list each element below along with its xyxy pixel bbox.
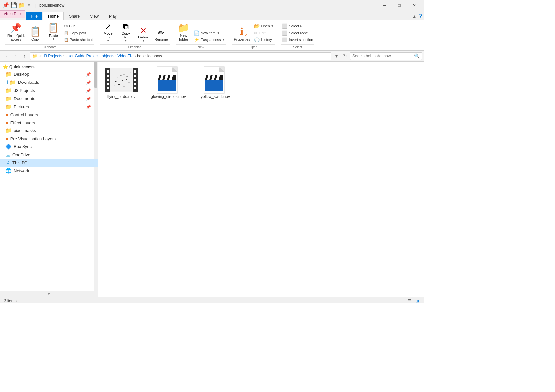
- back-button[interactable]: ‹: [3, 52, 10, 60]
- save-icon[interactable]: 💾: [10, 2, 17, 8]
- yellow-swirl-icon: [204, 65, 227, 95]
- open-button[interactable]: 📂 Open ▼: [253, 23, 275, 29]
- tile-view-button[interactable]: ⊞: [414, 298, 421, 304]
- close-button[interactable]: ✕: [407, 0, 422, 10]
- search-box[interactable]: 🔍: [350, 52, 422, 60]
- view-icons: ☰ ⊞: [406, 298, 421, 304]
- star-icon: ⭐: [3, 64, 8, 69]
- film-hole: [107, 79, 109, 81]
- new-folder-button[interactable]: 📁 Newfolder: [176, 22, 192, 43]
- copy-to-button[interactable]: ⧉ Copyto ▼: [117, 22, 134, 43]
- film-hole: [134, 75, 136, 77]
- tab-share[interactable]: Share: [64, 12, 85, 20]
- move-to-button[interactable]: ↗ Moveto ▼: [100, 22, 116, 43]
- sidebar-section-quick-access[interactable]: ⭐ Quick access: [0, 63, 98, 70]
- tab-video-tools[interactable]: Video Tools: [0, 10, 25, 18]
- downloads-pin-icon: 📌: [86, 80, 91, 85]
- dropdown-button[interactable]: ▾: [332, 52, 340, 60]
- tab-view[interactable]: View: [85, 12, 103, 20]
- tab-home[interactable]: Home: [43, 12, 64, 20]
- invert-selection-button[interactable]: ⬜ Invert selection: [281, 37, 314, 43]
- clipboard-small-btns: ✂ Cut 📋 Copy path 📋 Paste shortcut: [63, 23, 94, 43]
- documents-label: Documents: [14, 96, 35, 101]
- paste-button[interactable]: 📋 Paste ▼: [45, 22, 62, 43]
- sidebar-item-documents[interactable]: 📁 Documents 📌: [0, 95, 98, 103]
- mov-file-svg2: [204, 65, 227, 95]
- sidebar-item-this-pc[interactable]: 🖥 This PC: [0, 159, 98, 167]
- filmstrip-icon: [105, 68, 138, 92]
- ribbon-group-new: 📁 Newfolder 📄 New item ▼ ⚡ Easy access ▼…: [173, 22, 229, 49]
- copy-path-icon: 📋: [64, 31, 69, 35]
- ribbon-group-open: ℹ ✓ Properties 📂 Open ▼ ✏ Edit 🕐 History: [229, 22, 278, 49]
- rename-button[interactable]: ✏ Rename: [152, 22, 170, 43]
- copy-button[interactable]: 📋 Copy: [27, 22, 44, 43]
- refresh-button[interactable]: ↻: [341, 52, 349, 60]
- yellow-swirl-icon-container: [199, 67, 232, 93]
- properties-button[interactable]: ℹ ✓ Properties: [232, 22, 252, 43]
- easy-access-button[interactable]: ⚡ Easy access ▼: [193, 37, 226, 43]
- breadcrumb-userguide[interactable]: User Guide Project: [66, 54, 99, 58]
- breadcrumb-objects[interactable]: objects: [102, 54, 114, 58]
- help-button[interactable]: ?: [419, 13, 422, 19]
- cut-button[interactable]: ✂ Cut: [63, 23, 94, 29]
- sidebar-item-d3projects[interactable]: 📁 d3 Projects 📌: [0, 86, 98, 95]
- breadcrumb-d3projects[interactable]: d3 Projects: [43, 54, 62, 58]
- pin-large-icon: 📌: [10, 23, 22, 33]
- ribbon-collapse-button[interactable]: ▲: [411, 13, 418, 20]
- breadcrumb-folder-icon: 📁: [32, 54, 37, 58]
- minimize-button[interactable]: ─: [377, 0, 392, 10]
- layers-orange-icon: ●: [5, 112, 8, 118]
- search-icon[interactable]: 🔍: [414, 53, 420, 59]
- file-item-flying-birds[interactable]: flying_birds.mov: [102, 66, 141, 100]
- file-item-yellow-swirl[interactable]: yellow_swirl.mov: [196, 66, 235, 100]
- sidebar-item-pictures[interactable]: 📁 Pictures 📌: [0, 103, 98, 111]
- sidebar-item-desktop[interactable]: 📁 Desktop 📌: [0, 70, 98, 78]
- up-button[interactable]: ↑: [21, 52, 29, 60]
- tab-play[interactable]: Play: [104, 12, 121, 20]
- new-folder-label: Newfolder: [179, 33, 188, 42]
- folder-docs-icon: 📁: [5, 96, 12, 102]
- desktop-label: Desktop: [14, 72, 29, 77]
- sidebar-item-pixel-masks[interactable]: 📁 pixel masks: [0, 127, 98, 135]
- breadcrumb-videofile[interactable]: VideoFile: [117, 54, 134, 58]
- pin-to-quick-access-button[interactable]: 📌 Pin to Quickaccess: [5, 22, 27, 43]
- list-view-button[interactable]: ☰: [406, 298, 413, 304]
- select-none-button[interactable]: ⬜ Select none: [281, 30, 314, 36]
- edit-button[interactable]: ✏ Edit: [253, 30, 275, 36]
- new-item-arrow: ▼: [217, 31, 220, 35]
- mov-file-svg: [157, 65, 180, 95]
- delete-button[interactable]: ✕ Delete ▼: [135, 25, 152, 43]
- sidebar-item-downloads[interactable]: ⬇📁 Downloads 📌: [0, 78, 98, 86]
- sidebar-item-control-layers[interactable]: ● Control Layers: [0, 111, 98, 119]
- select-all-button[interactable]: ⬜ Select all: [281, 23, 314, 29]
- breadcrumb-path[interactable]: 📁 « d3 Projects › User Guide Project › o…: [30, 52, 331, 60]
- folder-icon[interactable]: 📁: [18, 2, 25, 8]
- history-button[interactable]: 🕐 History: [253, 37, 275, 43]
- sidebar-item-pre-vis[interactable]: ● Pre Visualisation Layers: [0, 135, 98, 143]
- delete-icon: ✕: [140, 26, 146, 35]
- sidebar-item-box-sync[interactable]: 🔷 Box Sync: [0, 143, 98, 151]
- d3projects-label: d3 Projects: [14, 88, 35, 93]
- tab-file[interactable]: File: [26, 12, 42, 20]
- address-bar-controls: ▾ ↻: [332, 52, 349, 60]
- search-input[interactable]: [352, 54, 414, 58]
- sidebar-item-effect-layers[interactable]: ● Effect Layers: [0, 119, 98, 127]
- forward-button[interactable]: ›: [12, 52, 20, 60]
- maximize-button[interactable]: □: [392, 0, 407, 10]
- rename-label: Rename: [154, 38, 168, 42]
- open-content: ℹ ✓ Properties 📂 Open ▼ ✏ Edit 🕐 History: [232, 22, 275, 44]
- effect-layers-label: Effect Layers: [10, 120, 35, 125]
- copy-path-button[interactable]: 📋 Copy path: [63, 30, 94, 36]
- paste-shortcut-button[interactable]: 📋 Paste shortcut: [63, 37, 94, 43]
- pin-icon[interactable]: 📌: [3, 2, 9, 8]
- title-bar-dropdown-arrow[interactable]: ▼: [27, 3, 31, 7]
- sidebar-item-network[interactable]: 🌐 Network: [0, 167, 98, 175]
- copy-label: Copy: [31, 38, 40, 42]
- film-hole: [107, 87, 109, 89]
- paste-label: Paste: [49, 34, 58, 38]
- sidebar-scroll-down[interactable]: ▼: [0, 291, 98, 297]
- sidebar-item-onedrive[interactable]: ☁ OneDrive: [0, 151, 98, 159]
- onedrive-label: OneDrive: [12, 152, 30, 157]
- new-item-button[interactable]: 📄 New item ▼: [193, 30, 226, 36]
- file-item-glowing-circles[interactable]: glowing_circles.mov: [149, 66, 188, 100]
